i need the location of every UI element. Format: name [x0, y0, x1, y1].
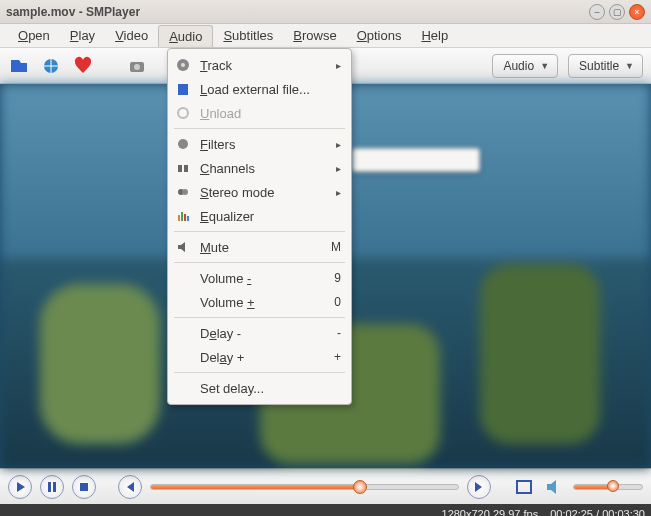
- svg-rect-15: [187, 216, 189, 221]
- seek-fill: [151, 485, 360, 489]
- submenu-arrow-icon: ▸: [336, 187, 341, 198]
- svg-rect-5: [178, 84, 188, 95]
- accelerator: 0: [334, 295, 341, 309]
- channels-submenu[interactable]: [352, 148, 480, 172]
- seek-slider[interactable]: [150, 484, 459, 490]
- volume-slider[interactable]: [573, 484, 643, 490]
- menu-item-volume-up[interactable]: Volume + 0: [168, 290, 351, 314]
- menu-video[interactable]: Video: [105, 25, 158, 46]
- file-icon: [174, 80, 192, 98]
- svg-rect-16: [48, 482, 51, 492]
- menu-play[interactable]: Play: [60, 25, 105, 46]
- subtitle-track-dropdown[interactable]: Subtitle▼: [568, 54, 643, 78]
- pause-button[interactable]: [40, 475, 64, 499]
- subtitle-dropdown-label: Subtitle: [579, 59, 619, 73]
- svg-rect-9: [184, 165, 188, 172]
- svg-rect-14: [184, 214, 186, 221]
- menu-item-set-delay[interactable]: Set delay...: [168, 376, 351, 400]
- menu-separator: [174, 128, 345, 129]
- audio-track-dropdown[interactable]: Audio▼: [492, 54, 558, 78]
- titlebar: sample.mov - SMPlayer – ▢ ×: [0, 0, 651, 24]
- accelerator: M: [331, 240, 341, 254]
- menu-item-channels[interactable]: Channels ▸: [168, 156, 351, 180]
- unload-icon: [174, 104, 192, 122]
- statusbar: 1280x720 29.97 fps 00:02:25 / 00:03:30: [0, 504, 651, 516]
- svg-rect-18: [80, 483, 88, 491]
- svg-rect-8: [178, 165, 182, 172]
- menu-separator: [174, 372, 345, 373]
- svg-rect-13: [181, 212, 183, 221]
- menu-item-delay-plus[interactable]: Delay + +: [168, 345, 351, 369]
- menu-audio[interactable]: Audio: [158, 25, 213, 47]
- menu-item-mute[interactable]: Mute M: [168, 235, 351, 259]
- menu-separator: [174, 231, 345, 232]
- svg-rect-19: [517, 481, 531, 493]
- screenshot-icon[interactable]: [126, 55, 148, 77]
- volume-icon[interactable]: [543, 476, 565, 498]
- status-time: 00:02:25 / 00:03:30: [550, 508, 645, 516]
- menu-item-stereo-mode[interactable]: Stereo mode ▸: [168, 180, 351, 204]
- menu-help[interactable]: Help: [411, 25, 458, 46]
- submenu-arrow-icon: ▸: [336, 163, 341, 174]
- chevron-down-icon: ▼: [540, 61, 549, 71]
- seek-knob[interactable]: [353, 480, 367, 494]
- rewind-button[interactable]: [118, 475, 142, 499]
- play-button[interactable]: [8, 475, 32, 499]
- svg-point-4: [181, 63, 185, 67]
- equalizer-icon: [174, 207, 192, 225]
- svg-point-11: [182, 189, 188, 195]
- menubar: Open Play Video Audio Subtitles Browse O…: [0, 24, 651, 48]
- maximize-button[interactable]: ▢: [609, 4, 625, 20]
- menu-separator: [174, 317, 345, 318]
- fullscreen-icon[interactable]: [513, 476, 535, 498]
- close-button[interactable]: ×: [629, 4, 645, 20]
- menu-item-track[interactable]: Track ▸: [168, 53, 351, 77]
- stop-button[interactable]: [72, 475, 96, 499]
- playback-controls: [0, 468, 651, 504]
- filters-icon: [174, 135, 192, 153]
- window-buttons: – ▢ ×: [589, 4, 645, 20]
- track-icon: [174, 56, 192, 74]
- window-title: sample.mov - SMPlayer: [6, 5, 589, 19]
- chevron-down-icon: ▼: [625, 61, 634, 71]
- audio-dropdown-label: Audio: [503, 59, 534, 73]
- channels-icon: [174, 159, 192, 177]
- open-file-icon[interactable]: [8, 55, 30, 77]
- svg-point-6: [178, 108, 188, 118]
- accelerator: 9: [334, 271, 341, 285]
- menu-item-volume-down[interactable]: Volume - 9: [168, 266, 351, 290]
- minimize-button[interactable]: –: [589, 4, 605, 20]
- mute-icon: [174, 238, 192, 256]
- accelerator: +: [334, 350, 341, 364]
- menu-separator: [174, 262, 345, 263]
- svg-point-7: [178, 139, 188, 149]
- forward-button[interactable]: [467, 475, 491, 499]
- menu-item-filters[interactable]: Filters ▸: [168, 132, 351, 156]
- menu-subtitles[interactable]: Subtitles: [213, 25, 283, 46]
- open-url-icon[interactable]: [40, 55, 62, 77]
- favorites-icon[interactable]: [72, 55, 94, 77]
- menu-browse[interactable]: Browse: [283, 25, 346, 46]
- menu-item-equalizer[interactable]: Equalizer: [168, 204, 351, 228]
- menu-item-unload: Unload: [168, 101, 351, 125]
- menu-item-delay-minus[interactable]: Delay - -: [168, 321, 351, 345]
- submenu-arrow-icon: ▸: [336, 60, 341, 71]
- svg-rect-17: [53, 482, 56, 492]
- svg-rect-12: [178, 215, 180, 221]
- menu-open[interactable]: Open: [8, 25, 60, 46]
- submenu-arrow-icon: ▸: [336, 139, 341, 150]
- status-resolution: 1280x720 29.97 fps: [442, 508, 539, 516]
- menu-item-load-external[interactable]: Load external file...: [168, 77, 351, 101]
- menu-options[interactable]: Options: [347, 25, 412, 46]
- svg-point-2: [134, 64, 140, 70]
- volume-knob[interactable]: [607, 480, 619, 492]
- audio-menu: Track ▸ Load external file... Unload Fil…: [167, 48, 352, 405]
- accelerator: -: [337, 326, 341, 340]
- stereo-icon: [174, 183, 192, 201]
